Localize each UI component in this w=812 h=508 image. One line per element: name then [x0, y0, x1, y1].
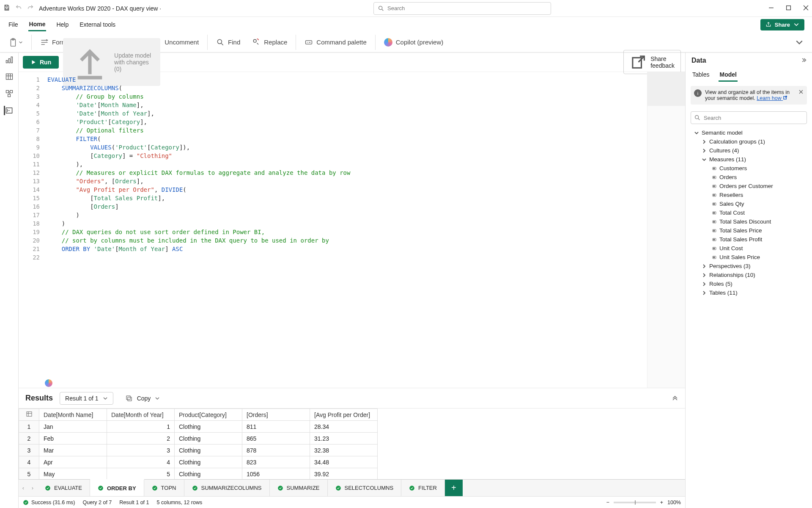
zoom-control[interactable]: − + 100%: [606, 500, 681, 505]
replace-button[interactable]: Replace: [248, 36, 291, 49]
data-search[interactable]: [691, 111, 807, 124]
global-search-input[interactable]: [373, 2, 551, 15]
global-search[interactable]: [373, 2, 551, 15]
svg-rect-18: [126, 396, 130, 400]
close-icon[interactable]: [803, 5, 809, 12]
tree-measure[interactable]: Total Cost: [688, 208, 812, 217]
add-query-button[interactable]: +: [445, 480, 463, 496]
redo-icon[interactable]: [27, 4, 34, 12]
zoom-slider[interactable]: [614, 502, 656, 503]
tree-group[interactable]: Roles (5): [688, 279, 812, 288]
run-button[interactable]: Run: [23, 56, 59, 69]
tree-group[interactable]: Tables (11): [688, 288, 812, 297]
svg-rect-50: [713, 203, 716, 205]
minimap[interactable]: [647, 72, 685, 388]
table-row[interactable]: 3Mar3Clothing87832.38: [19, 444, 378, 456]
learn-how-link[interactable]: Learn how: [757, 95, 787, 101]
column-header[interactable]: Date[Month of Year]: [107, 409, 175, 421]
column-header[interactable]: Product[Category]: [175, 409, 242, 421]
dax-view-icon[interactable]: [4, 106, 13, 115]
table-row[interactable]: 4Apr4Clothing82334.48: [19, 456, 378, 468]
query-tab[interactable]: SUMMARIZE: [270, 480, 328, 496]
qtabs-next-icon[interactable]: ›: [28, 480, 37, 496]
ribbon-tab-file[interactable]: File: [8, 19, 19, 30]
query-tab[interactable]: TOPN: [144, 480, 184, 496]
column-header[interactable]: [Orders]: [242, 409, 310, 421]
command-palette-button[interactable]: Command palette: [300, 36, 370, 49]
measure-icon: [712, 166, 717, 171]
collapse-results-icon[interactable]: [672, 394, 678, 402]
tree-root[interactable]: Semantic model: [688, 128, 812, 137]
qtabs-prev-icon[interactable]: ‹: [19, 480, 28, 496]
tree-measure[interactable]: Unit Cost: [688, 244, 812, 253]
save-icon[interactable]: [3, 4, 10, 12]
tree-measure[interactable]: Orders: [688, 173, 812, 182]
ribbon-tab-help[interactable]: Help: [55, 19, 69, 30]
row-header-icon[interactable]: [19, 409, 39, 421]
tree-group[interactable]: Relationships (10): [688, 271, 812, 279]
column-header[interactable]: [Avg Profit per Order]: [310, 409, 378, 421]
tree-measure[interactable]: Unit Sales Price: [688, 253, 812, 262]
tree-measure[interactable]: Total Sales Profit: [688, 235, 812, 244]
share-button[interactable]: Share: [760, 19, 804, 30]
query-tab[interactable]: EVALUATE: [37, 480, 90, 496]
svg-rect-68: [713, 231, 714, 231]
ribbon-tab-home[interactable]: Home: [28, 18, 47, 31]
tree-measure[interactable]: Total Sales Discount: [688, 217, 812, 226]
undo-icon[interactable]: [15, 4, 22, 12]
zoom-in-icon[interactable]: +: [660, 500, 663, 505]
svg-point-29: [695, 116, 699, 119]
ribbon-collapse-button[interactable]: [791, 36, 808, 49]
minimize-icon[interactable]: [768, 5, 774, 12]
table-row[interactable]: 5May5Clothing105639.92: [19, 468, 378, 480]
column-header[interactable]: Date[Month Name]: [39, 409, 107, 421]
tree-group[interactable]: Perspectives (3): [688, 262, 812, 271]
report-view-icon[interactable]: [5, 55, 14, 64]
svg-rect-14: [8, 94, 10, 97]
data-search-input[interactable]: [691, 111, 807, 124]
check-circle-icon: [23, 500, 29, 505]
clipboard-button[interactable]: [4, 35, 27, 50]
ribbon-tab-external[interactable]: External tools: [79, 19, 116, 30]
tree-measure[interactable]: Orders per Customer: [688, 182, 812, 190]
tree-measure[interactable]: Total Sales Price: [688, 226, 812, 235]
table-row[interactable]: 1Jan1Clothing81128.34: [19, 421, 378, 433]
code-content[interactable]: EVALUATE SUMMARIZECOLUMNS( // Group by c…: [44, 72, 350, 388]
chevron-icon: [702, 290, 707, 295]
close-info-icon[interactable]: [798, 89, 804, 96]
maximize-icon[interactable]: [786, 5, 791, 12]
result-selector[interactable]: Result 1 of 1: [60, 392, 113, 405]
code-editor[interactable]: 12345678910111213141516171819202122 EVAL…: [19, 72, 685, 388]
tree-measure[interactable]: Sales Qty: [688, 199, 812, 208]
copy-button[interactable]: Copy: [120, 392, 165, 405]
copilot-button[interactable]: Copilot (preview): [380, 36, 448, 49]
tree-group[interactable]: Measures (11): [688, 155, 812, 164]
svg-rect-45: [713, 194, 716, 196]
query-tab[interactable]: FILTER: [401, 480, 445, 496]
query-tab[interactable]: SUMMARIZECOLUMNS: [184, 480, 270, 496]
svg-rect-36: [713, 177, 714, 177]
table-row[interactable]: 2Feb2Clothing86531.23: [19, 433, 378, 444]
data-subtab-model[interactable]: Model: [719, 69, 737, 82]
tree-group[interactable]: Calculation groups (1): [688, 137, 812, 146]
collapse-pane-icon[interactable]: [801, 57, 806, 64]
data-subtab-tables[interactable]: Tables: [691, 69, 710, 82]
tree-group[interactable]: Cultures (4): [688, 146, 812, 155]
results-grid[interactable]: Date[Month Name]Date[Month of Year]Produ…: [19, 408, 685, 479]
share-feedback-button[interactable]: Share feedback: [623, 50, 681, 74]
document-title: Adventure Works DW 2020 - DAX query view…: [39, 5, 161, 12]
chevron-down-icon: [103, 396, 108, 401]
model-tree[interactable]: Semantic modelCalculation groups (1)Cult…: [686, 127, 812, 508]
tree-measure[interactable]: Resellers: [688, 190, 812, 199]
copilot-inline-icon[interactable]: [45, 379, 52, 387]
zoom-out-icon[interactable]: −: [606, 500, 609, 505]
query-tab[interactable]: SELECTCOLUMNS: [328, 480, 402, 496]
check-circle-icon: [45, 485, 51, 491]
table-view-icon[interactable]: [5, 72, 14, 81]
svg-rect-59: [714, 213, 715, 213]
check-circle-icon: [335, 485, 341, 491]
find-button[interactable]: Find: [212, 36, 244, 49]
model-view-icon[interactable]: [5, 89, 14, 98]
tree-measure[interactable]: Customers: [688, 164, 812, 173]
query-tab[interactable]: ORDER BY: [90, 479, 144, 496]
